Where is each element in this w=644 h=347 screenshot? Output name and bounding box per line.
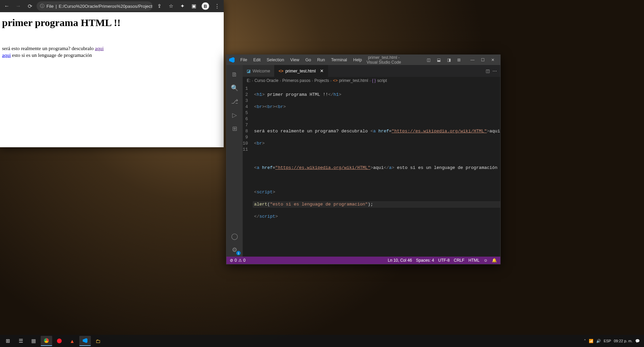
code-content[interactable]: <h1> primer programa HTML !!</h1> <br><b… [253,84,500,257]
code-text-h1: primer programa HTML !! [265,92,328,97]
crumb-folder-2: Primeros pasos [282,78,310,83]
tab-welcome[interactable]: ◪ Welcome [243,65,275,77]
run-debug-icon[interactable]: ▷ [226,108,243,122]
menu-help[interactable]: Help [351,56,364,64]
crumb-drive: E: [247,78,250,83]
tray-language[interactable]: ESP [604,339,611,343]
nav-forward-button[interactable]: → [14,1,23,11]
toggle-sidebar-icon[interactable]: ◫ [424,55,433,65]
close-button[interactable]: ✕ [488,55,498,65]
taskbar-opera[interactable] [54,336,65,346]
minimize-button[interactable]: — [468,55,477,65]
tab-active-label: primer_test.html [285,69,316,73]
toggle-secondary-icon[interactable]: ◨ [444,55,454,65]
share-icon[interactable]: ⇪ [155,1,164,11]
start-button[interactable]: ⊞ [2,336,14,346]
url-text: E:/Curso%20Oracle/Primeros%20pasos/Proje… [59,4,153,9]
editor-tabs: ◪ Welcome <> primer_test.html ✕ ◫ ⋯ [243,65,500,77]
code-text-line7: esto si es un lenguage de programación [394,165,497,170]
extensions-icon[interactable]: ✦ [178,1,187,11]
extensions-activity-icon[interactable]: ⊞ [226,122,243,135]
settings-badge: 1 [236,251,241,255]
split-editor-icon[interactable]: ◫ [486,68,490,73]
taskbar-chrome[interactable] [41,336,52,346]
code-text-line4: será esto realmente un programa? descubr… [254,129,370,134]
symbol-icon: { } [372,78,376,83]
menu-selection[interactable]: Selection [264,56,286,64]
status-errors[interactable]: ⊘ 0 ⚠ 0 [230,258,245,263]
browser-window: ← → ⟳ ⓘ File | E:/Curso%20Oracle/Primero… [0,0,224,147]
url-bar[interactable]: ⓘ File | E:/Curso%20Oracle/Primeros%20pa… [37,1,153,11]
code-href-1: "https://es.wikipedia.org/wiki/HTML" [391,129,487,134]
code-link-text-2: aqui [373,165,384,170]
browser-toolbar: ← → ⟳ ⓘ File | E:/Curso%20Oracle/Primero… [0,0,224,12]
bookmark-icon[interactable]: ☆ [166,1,176,11]
vscode-tab-icon: ◪ [247,69,250,73]
nav-reload-button[interactable]: ⟳ [25,1,35,11]
crumb-symbol: script [377,78,387,83]
status-encoding[interactable]: UTF-8 [438,258,450,263]
status-language[interactable]: HTML [468,258,480,263]
activity-bar: 🗎 🔍 ⎇ ▷ ⊞ ◯ ⚙1 [226,65,243,257]
page-link-2[interactable]: aqui [2,52,11,58]
vscode-logo-icon [229,57,235,63]
tray-network-icon[interactable]: 📶 [589,339,593,343]
html-tab-icon: <> [279,69,283,73]
window-title: primer_test.html - Visual Studio Code [366,55,422,65]
page-link-1[interactable]: aqui [95,46,104,51]
menu-file[interactable]: File [238,56,249,64]
code-href-2: "https://es.wikipedia.org/wiki/HTML" [275,165,370,170]
kebab-menu-icon[interactable]: ⋮ [212,1,222,11]
code-alert-string: "esto si es lenguage de programacion" [270,202,368,207]
tab-close-icon[interactable]: ✕ [320,68,324,73]
explorer-icon[interactable]: 🗎 [226,68,243,81]
breadcrumbs[interactable]: E:› Curso Oracle› Primeros pasos› Projec… [243,77,500,84]
toggle-panel-icon[interactable]: ⬓ [434,55,443,65]
side-panel-icon[interactable]: ▣ [189,1,199,11]
crumb-folder-3: Projects [314,78,329,83]
status-spaces[interactable]: Spaces: 4 [416,258,434,263]
window-controls: — ☐ ✕ [468,55,498,65]
taskbar-clock[interactable]: 09:22 p. m. [614,339,632,343]
vscode-window: File Edit Selection View Go Run Terminal… [226,55,501,264]
menu-view[interactable]: View [288,56,302,64]
status-feedback-icon[interactable]: ☺ [484,258,488,263]
notifications-icon[interactable]: 💬 [635,339,640,343]
menu-go[interactable]: Go [303,56,314,64]
menu-terminal[interactable]: Terminal [329,56,349,64]
customize-layout-icon[interactable]: ⊞ [454,55,464,65]
task-view-button[interactable]: ☰ [15,336,26,346]
tab-primer-test[interactable]: <> primer_test.html ✕ [275,65,328,77]
tray-overflow-icon[interactable]: ˄ [584,339,586,343]
profile-icon[interactable]: B [201,1,210,11]
layout-controls: ◫ ⬓ ◨ ⊞ [424,55,464,65]
status-bar: ⊘ 0 ⚠ 0 Ln 10, Col 46 Spaces: 4 UTF-8 CR… [226,257,500,264]
url-scheme: File [46,4,54,9]
taskbar-explorer[interactable]: 🗀 [92,336,104,346]
more-actions-icon[interactable]: ⋯ [492,68,497,73]
status-bell-icon[interactable]: 🔔 [492,258,497,263]
status-ln-col[interactable]: Ln 10, Col 46 [388,258,412,263]
search-icon[interactable]: 🔍 [226,81,243,95]
nav-back-button[interactable]: ← [2,1,12,11]
source-control-icon[interactable]: ⎇ [226,95,243,108]
line-gutter: 1234567891011 [243,84,253,257]
crumb-file: primer_test.html [339,78,368,83]
code-editor[interactable]: 1234567891011 <h1> primer programa HTML … [243,84,500,257]
accounts-icon[interactable]: ◯ [226,230,243,243]
vscode-titlebar[interactable]: File Edit Selection View Go Run Terminal… [226,55,500,65]
taskbar-app-1[interactable]: ▦ [28,336,39,346]
html-file-icon: <> [333,78,338,83]
menu-run[interactable]: Run [315,56,327,64]
taskbar-vscode[interactable] [79,336,91,346]
settings-gear-icon[interactable]: ⚙1 [226,243,243,257]
maximize-button[interactable]: ☐ [478,55,487,65]
tab-welcome-label: Welcome [253,69,270,73]
tray-volume-icon[interactable]: 🔊 [596,339,601,343]
windows-taskbar: ⊞ ☰ ▦ ▲ 🗀 ˄ 📶 🔊 ESP 09:22 p. m. 💬 [0,335,644,347]
code-link-text-1: aqui [489,129,500,134]
status-eol[interactable]: CRLF [454,258,464,263]
menu-edit[interactable]: Edit [251,56,263,64]
taskbar-brave[interactable]: ▲ [66,336,78,346]
page-heading: primer programa HTML !! [2,17,222,28]
